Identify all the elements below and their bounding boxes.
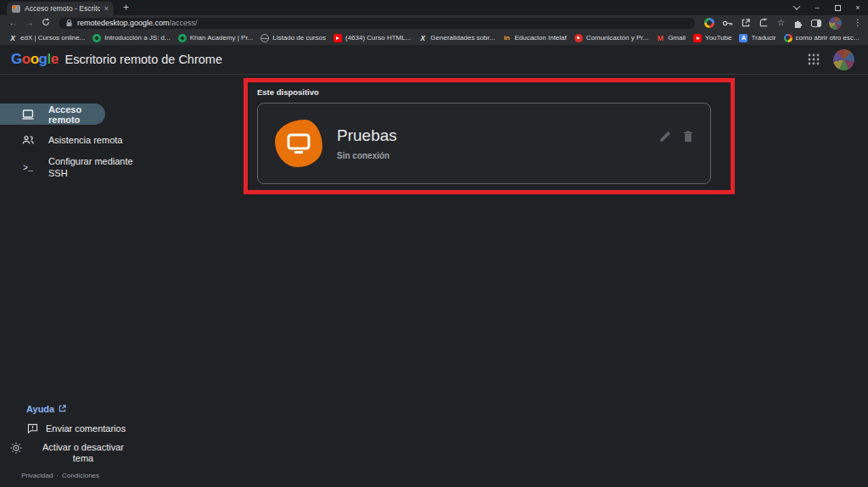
bookmark-item[interactable]: como abrir otro esc... bbox=[784, 34, 860, 42]
globe-icon bbox=[260, 34, 269, 42]
terms-link[interactable]: Condiciones bbox=[62, 472, 99, 479]
page-title: Escritorio remoto de Chrome bbox=[65, 53, 222, 66]
page-header: Google Escritorio remoto de Chrome bbox=[0, 45, 868, 75]
google-extension-icon[interactable] bbox=[704, 18, 714, 28]
trash-icon bbox=[683, 131, 693, 143]
profile-avatar[interactable] bbox=[829, 17, 842, 30]
side-panel-icon[interactable] bbox=[811, 20, 821, 27]
device-card[interactable]: Pruebas Sin conexión bbox=[257, 103, 711, 184]
external-link-icon bbox=[59, 405, 66, 412]
tab-close-icon[interactable]: × bbox=[104, 5, 109, 13]
youtube-icon bbox=[693, 34, 702, 42]
google-logo[interactable]: Google bbox=[11, 51, 59, 68]
extensions-puzzle-icon[interactable] bbox=[792, 18, 804, 29]
khan-academy-icon bbox=[92, 34, 101, 42]
browser-tab[interactable]: Acceso remoto - Escritorio remot × bbox=[7, 2, 114, 15]
main-content: Este dispositivo Pruebas Sin conexión bbox=[195, 76, 868, 487]
sidebar: Acceso remoto Asistencia remota >_ Confi… bbox=[0, 76, 195, 487]
address-bar[interactable]: remotedesktop.google.com/access/ bbox=[59, 18, 695, 29]
open-in-new-icon[interactable] bbox=[741, 18, 751, 28]
password-key-icon[interactable] bbox=[722, 18, 733, 29]
pencil-icon bbox=[659, 131, 671, 143]
device-status: Sin conexión bbox=[337, 151, 397, 160]
annotation-highlight-box: Este dispositivo Pruebas Sin conexión bbox=[244, 78, 735, 194]
youtube-icon bbox=[333, 34, 342, 42]
forward-button[interactable]: → bbox=[22, 19, 36, 27]
bookmark-item[interactable]: Gmail bbox=[656, 34, 686, 42]
restore-button[interactable] bbox=[827, 0, 848, 15]
sidebar-item-remote-support[interactable]: Asistencia remota bbox=[0, 130, 195, 150]
brightness-theme-icon bbox=[10, 442, 22, 454]
share-icon[interactable] bbox=[759, 18, 770, 28]
monitor-icon bbox=[22, 109, 34, 120]
bookmarks-bar: edX | Cursos online... Introducción a JS… bbox=[0, 31, 868, 45]
bookmark-item[interactable]: Comunicación y Pr... bbox=[574, 34, 648, 42]
lock-icon bbox=[65, 19, 73, 27]
bookmark-item[interactable]: Listado de cursos bbox=[260, 34, 326, 42]
linkedin-icon bbox=[502, 34, 511, 42]
tab-strip: Acceso remoto - Escritorio remot × + – × bbox=[0, 0, 868, 15]
apps-grid-icon[interactable] bbox=[808, 53, 820, 65]
sidebar-footer: Ayuda Enviar comentarios Activar o desac… bbox=[0, 403, 195, 479]
people-icon bbox=[22, 135, 34, 145]
terminal-icon: >_ bbox=[22, 164, 34, 173]
bookmark-item[interactable]: Khan Academy | Pr... bbox=[178, 34, 254, 42]
browser-toolbar: ← → remotedesktop.google.com/access/ ☆ ⋮ bbox=[0, 15, 868, 31]
tab-search-chevron-icon[interactable] bbox=[787, 0, 807, 15]
bookmark-item[interactable]: Traducir bbox=[739, 34, 776, 42]
help-link[interactable]: Ayuda bbox=[0, 403, 195, 415]
tab-title: Acceso remoto - Escritorio remot bbox=[25, 4, 100, 13]
edit-device-button[interactable] bbox=[659, 131, 671, 143]
khan-academy-icon bbox=[178, 34, 187, 42]
delete-device-button[interactable] bbox=[683, 131, 693, 143]
theme-toggle-button[interactable]: Activar o desactivar tema bbox=[0, 442, 195, 464]
reload-button[interactable] bbox=[38, 18, 53, 28]
translate-icon bbox=[739, 34, 748, 42]
legal-links: Privacidad·Condiciones bbox=[0, 472, 195, 479]
red-dot-icon bbox=[574, 34, 583, 42]
account-avatar[interactable] bbox=[833, 49, 854, 70]
bookmark-item[interactable]: Generalidades sobr... bbox=[418, 34, 495, 42]
edx-icon bbox=[8, 34, 17, 42]
close-window-button[interactable]: × bbox=[848, 0, 868, 15]
device-name: Pruebas bbox=[337, 126, 397, 145]
bookmark-item[interactable]: Introducción a JS: d... bbox=[92, 34, 170, 42]
url-text: remotedesktop.google.com/access/ bbox=[77, 19, 198, 27]
google-icon bbox=[784, 34, 792, 42]
gmail-icon bbox=[656, 34, 664, 42]
sidebar-item-remote-access[interactable]: Acceso remoto bbox=[0, 104, 105, 125]
back-button[interactable]: ← bbox=[6, 19, 20, 27]
bookmark-item[interactable]: YouTube bbox=[693, 34, 731, 42]
bookmark-item[interactable]: (4634) Curso HTML... bbox=[333, 34, 411, 42]
send-feedback-button[interactable]: Enviar comentarios bbox=[0, 423, 195, 435]
window-controls: – × bbox=[787, 0, 868, 15]
toolbar-icons: ☆ ⋮ bbox=[704, 17, 862, 30]
device-blob-icon bbox=[275, 120, 322, 167]
remote-desktop-page: Google Escritorio remoto de Chrome Acces… bbox=[0, 45, 868, 487]
new-tab-button[interactable]: + bbox=[123, 2, 129, 14]
bookmark-item[interactable]: edX | Cursos online... bbox=[8, 34, 85, 42]
minimize-button[interactable]: – bbox=[807, 0, 827, 15]
edx-icon bbox=[418, 34, 427, 42]
remote-desktop-favicon bbox=[12, 5, 20, 13]
feedback-icon bbox=[27, 423, 38, 434]
privacy-link[interactable]: Privacidad bbox=[21, 472, 53, 479]
bookmark-star-icon[interactable]: ☆ bbox=[777, 19, 785, 27]
bookmark-item[interactable]: Educacion Intelaf bbox=[502, 34, 566, 42]
sidebar-item-setup-ssh[interactable]: >_ Configurar mediante SSH bbox=[0, 154, 195, 182]
browser-menu-icon[interactable]: ⋮ bbox=[854, 19, 862, 27]
section-label: Este dispositivo bbox=[257, 87, 731, 97]
